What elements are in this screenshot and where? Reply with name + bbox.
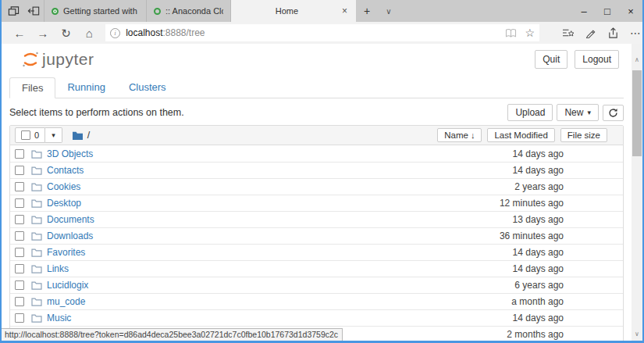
home-icon[interactable]: ⌂ (77, 27, 101, 39)
item-name-link[interactable]: Downloads (47, 230, 93, 241)
url-input[interactable]: i localhost :8888/tree ☆ (105, 24, 539, 41)
scroll-down-icon[interactable]: ∨ (632, 330, 642, 338)
tab-title: :: Anaconda Cloud (165, 6, 223, 16)
item-name-link[interactable]: Lucidlogix (47, 280, 88, 291)
browser-tab-home[interactable]: Home × (231, 0, 356, 22)
action-row: Select items to perform actions on them.… (9, 104, 624, 121)
folder-icon (31, 248, 42, 257)
browser-window: Getting started with Anacor :: Anaconda … (0, 0, 644, 343)
url-host: localhost (126, 27, 162, 38)
item-name-link[interactable]: Music (47, 313, 71, 323)
item-name-link[interactable]: Cookies (47, 181, 80, 192)
row-checkbox[interactable] (15, 264, 24, 273)
share-icon[interactable] (607, 27, 620, 40)
row-checkbox[interactable] (15, 149, 24, 159)
hub-favorites-icon[interactable] (561, 27, 575, 40)
sort-name-button[interactable]: Name ↓ (437, 128, 482, 142)
jupyter-logo-icon (22, 50, 39, 69)
item-last-modified: 14 days ago (478, 247, 564, 258)
folder-icon (72, 130, 84, 141)
item-name-link[interactable]: Links (47, 263, 69, 274)
item-last-modified: 2 months ago (478, 329, 564, 340)
folder-icon (31, 149, 42, 159)
table-row: Music 14 days ago (10, 309, 623, 326)
item-last-modified: 6 years ago (478, 280, 564, 291)
item-name-link[interactable]: Desktop (47, 198, 81, 209)
select-all-checkbox[interactable] (21, 130, 30, 140)
row-checkbox[interactable] (15, 297, 24, 306)
table-row: Links 14 days ago (10, 260, 623, 277)
row-checkbox[interactable] (15, 313, 24, 323)
forward-icon[interactable]: → (31, 27, 55, 39)
folder-icon (31, 264, 42, 273)
tab-running[interactable]: Running (55, 77, 116, 98)
new-dropdown-button[interactable]: New ▾ (557, 104, 599, 121)
breadcrumb-root[interactable]: / (87, 130, 90, 141)
upload-button[interactable]: Upload (507, 104, 553, 121)
folder-icon (31, 280, 42, 290)
jupyter-tabs: Files Running Clusters (9, 77, 624, 98)
web-note-pen-icon[interactable] (584, 27, 597, 40)
window-minimize-button[interactable]: – (572, 0, 596, 22)
item-name-link[interactable]: Contacts (47, 165, 84, 176)
browser-address-bar: ← → ↻ ⌂ i localhost :8888/tree ☆ ⋯ (2, 22, 642, 44)
item-last-modified: 36 minutes ago (478, 230, 564, 241)
row-checkbox[interactable] (15, 166, 24, 175)
select-filter-dropdown[interactable]: ▾ (45, 127, 62, 143)
set-aside-tabs-icon[interactable] (6, 5, 20, 17)
restore-tabs-icon[interactable] (27, 5, 41, 17)
browser-tab-anaconda-cloud[interactable]: :: Anaconda Cloud (147, 0, 231, 22)
tab-title: Home (238, 6, 336, 16)
tab-list-chevron-icon[interactable]: ∨ (378, 0, 400, 22)
reload-icon[interactable]: ↻ (55, 27, 78, 39)
tab-close-icon[interactable]: × (340, 5, 349, 16)
select-items-hint: Select items to perform actions on them. (9, 107, 184, 118)
quit-button[interactable]: Quit (535, 50, 568, 69)
browser-tab-anaconda-start[interactable]: Getting started with Anacor (44, 0, 147, 22)
reading-view-icon[interactable] (505, 28, 517, 38)
row-checkbox[interactable] (15, 231, 24, 241)
folder-icon (31, 313, 42, 323)
sort-last-modified-button[interactable]: Last Modified (487, 128, 554, 142)
item-name-link[interactable]: mu_code (47, 296, 85, 307)
jupyter-logo[interactable]: jupyter (22, 50, 94, 69)
sort-file-size-button[interactable]: File size (560, 128, 607, 142)
item-last-modified: 14 days ago (478, 148, 564, 159)
status-bar-url: http://localhost:8888/tree?token=d86ad4d… (2, 328, 343, 341)
item-name-link[interactable]: Documents (47, 214, 94, 225)
site-info-icon[interactable]: i (110, 28, 120, 38)
item-name-link[interactable]: Favorites (47, 247, 85, 258)
tab-clusters[interactable]: Clusters (117, 77, 178, 98)
item-name-link[interactable]: 3D Objects (47, 148, 93, 159)
select-all-control[interactable]: 0 (15, 127, 45, 143)
browser-tab-bar: Getting started with Anacor :: Anaconda … (2, 0, 642, 22)
sort-desc-icon: ↓ (471, 130, 475, 140)
logout-button[interactable]: Logout (575, 50, 619, 69)
table-row: Cookies 2 years ago (10, 178, 623, 195)
row-checkbox[interactable] (15, 198, 24, 208)
window-close-button[interactable]: × (619, 0, 642, 22)
item-last-modified: 14 days ago (478, 165, 564, 176)
list-header: 0 ▾ / Name ↓ Last Modified File (10, 126, 623, 145)
item-last-modified: 2 years ago (478, 181, 564, 192)
window-maximize-button[interactable]: □ (596, 0, 619, 22)
tab-files[interactable]: Files (9, 77, 55, 98)
back-icon[interactable]: ← (8, 27, 31, 39)
folder-icon (31, 198, 42, 208)
folder-icon (31, 215, 42, 224)
selected-count: 0 (34, 130, 39, 140)
new-tab-button[interactable]: + (356, 0, 378, 22)
more-actions-icon[interactable]: ⋯ (629, 27, 642, 40)
refresh-list-button[interactable] (603, 105, 624, 121)
table-row: Contacts 14 days ago (10, 162, 623, 178)
row-checkbox[interactable] (15, 280, 24, 290)
row-checkbox[interactable] (15, 215, 24, 224)
add-favorite-star-icon[interactable]: ☆ (525, 27, 535, 39)
item-last-modified: 13 days ago (478, 214, 564, 225)
vertical-scrollbar[interactable]: ∧ ∨ (632, 44, 642, 341)
row-checkbox[interactable] (15, 248, 24, 257)
scrollbar-thumb[interactable] (632, 70, 642, 156)
chevron-down-icon: ▾ (587, 109, 591, 116)
scroll-up-icon[interactable]: ∧ (632, 56, 642, 63)
row-checkbox[interactable] (15, 182, 24, 191)
